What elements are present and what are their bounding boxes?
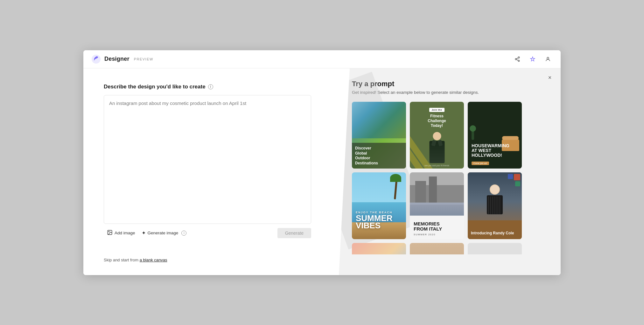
profile-icon [545, 56, 551, 62]
skip-text: Skip and start from a blank canvas [104, 258, 311, 262]
svg-point-7 [547, 57, 549, 59]
toolbar-row: Add image ✦ Generate image i Generate [104, 228, 311, 239]
italy-title: MEMORIESFROM ITALY [414, 221, 460, 232]
generate-button[interactable]: Generate [277, 228, 311, 238]
right-panel: × Try a prompt Get inspired! Select an e… [332, 68, 561, 275]
randy-title: Introducing Randy Cole [471, 231, 519, 236]
svg-point-2 [518, 57, 520, 58]
fitness-join-tag: Join the [429, 108, 445, 112]
prompt-card-portrait[interactable] [410, 243, 464, 254]
app-title: Designer [104, 56, 130, 62]
prompt-card-gamenight[interactable]: GAME NIGHT! [352, 243, 406, 254]
prompt-card-housewarming[interactable]: HOUSEWARMINGAT WESTHOLLYWOOD! Come join … [468, 102, 522, 169]
designer-logo [91, 54, 101, 64]
svg-line-5 [516, 59, 518, 60]
blank-canvas-link[interactable]: a blank canvas [140, 258, 167, 262]
describe-label: Describe the design you'd like to create… [104, 84, 311, 90]
prompt-card-summer[interactable]: ENJOY THE BEACH SUMMERVIBES [352, 172, 406, 239]
prompt-textarea[interactable] [104, 95, 311, 224]
generate-image-button[interactable]: ✦ Generate image i [138, 228, 190, 238]
left-panel: Describe the design you'd like to create… [83, 68, 332, 275]
app-window: Designer PREVIEW [83, 50, 561, 275]
prompt-card-fitness[interactable]: Join the FitnessChallengeToday! see you … [410, 102, 464, 169]
fitness-title: FitnessChallengeToday! [413, 114, 461, 128]
svg-point-0 [92, 55, 101, 64]
nav-icons [512, 54, 553, 64]
share-icon [514, 56, 520, 62]
prompt-card-randy[interactable]: Introducing Randy Cole [468, 172, 522, 239]
summer-title: SUMMERVIBES [356, 215, 402, 230]
top-nav: Designer PREVIEW [83, 50, 561, 68]
fitness-bottom-text: see you and your fit friends [410, 164, 464, 167]
card-outdoor-text: DiscoverGlobalOutdoorDestinations [355, 146, 403, 166]
share-button[interactable] [512, 54, 522, 64]
preview-badge: PREVIEW [134, 57, 153, 61]
italy-sub: SUMMER 2020 [414, 233, 460, 236]
prompt-grid: DiscoverGlobalOutdoorDestinations Join t… [352, 102, 549, 254]
prompt-card-placeholder[interactable] [468, 243, 522, 254]
info-icon[interactable]: i [208, 84, 213, 89]
profile-button[interactable] [543, 54, 553, 64]
housewarming-title: HOUSEWARMINGAT WESTHOLLYWOOD! [472, 143, 518, 157]
close-button[interactable]: × [545, 73, 554, 82]
magic-button[interactable] [528, 54, 538, 64]
main-content: Describe the design you'd like to create… [83, 68, 561, 275]
svg-point-3 [515, 58, 517, 60]
svg-line-6 [516, 58, 518, 59]
try-prompt-title: Try a prompt [352, 80, 549, 88]
try-prompt-subtitle: Get inspired! Select an example below to… [352, 90, 549, 95]
housewarming-sub: Come join us! [472, 162, 489, 165]
add-image-button[interactable]: Add image [104, 228, 138, 239]
svg-point-1 [96, 56, 98, 58]
magic-icon [530, 56, 536, 62]
prompt-card-italy[interactable]: MEMORIESFROM ITALY SUMMER 2020 [410, 172, 464, 239]
add-image-icon [107, 230, 113, 237]
svg-point-4 [518, 60, 520, 62]
close-icon: × [548, 74, 552, 81]
svg-point-9 [108, 231, 109, 232]
prompt-card-outdoor[interactable]: DiscoverGlobalOutdoorDestinations [352, 102, 406, 169]
sparkle-icon: ✦ [142, 230, 146, 236]
generate-info-icon[interactable]: i [181, 231, 186, 236]
